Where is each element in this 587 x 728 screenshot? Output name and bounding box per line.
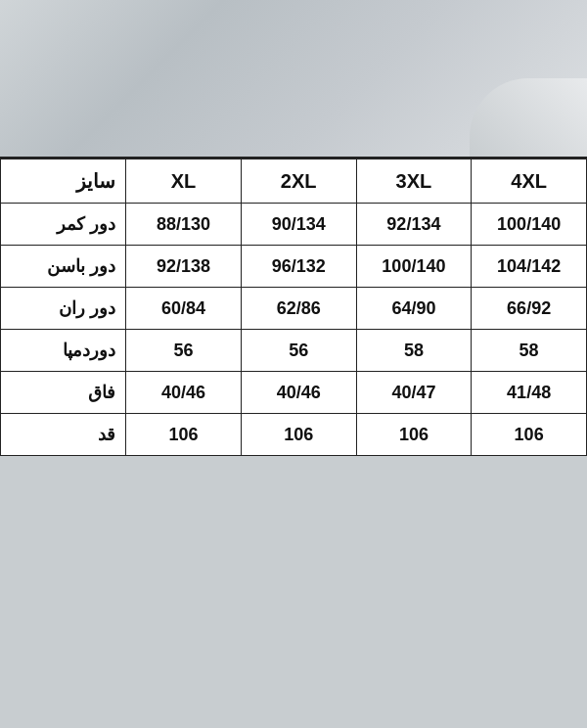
row-basin: 104/142 100/140 96/132 92/138 دور باسن: [1, 246, 587, 288]
cell-kamar-3xl: 92/134: [356, 204, 472, 246]
size-table-container: 4XL 3XL 2XL XL سایز 100/140 92/134 90/13…: [0, 157, 587, 456]
header-xl: XL: [126, 159, 242, 204]
cell-ran-xl: 60/84: [126, 288, 242, 330]
label-ran: دور ران: [1, 288, 126, 330]
label-kamar: دور کمر: [1, 204, 126, 246]
label-basin: دور باسن: [1, 246, 126, 288]
cell-ran-4xl: 66/92: [472, 288, 587, 330]
cell-kamar-4xl: 100/140: [472, 204, 587, 246]
label-faq: فاق: [1, 372, 126, 414]
header-4xl: 4XL: [472, 159, 587, 204]
table-header-row: 4XL 3XL 2XL XL سایز: [1, 159, 587, 204]
cell-faq-3xl: 40/47: [356, 372, 472, 414]
row-kamar: 100/140 92/134 90/134 88/130 دور کمر: [1, 204, 587, 246]
header-size: سایز: [1, 159, 126, 204]
cell-kamar-xl: 88/130: [126, 204, 242, 246]
cell-qad-xl: 106: [126, 414, 242, 456]
cell-basin-2xl: 96/132: [241, 246, 356, 288]
row-faq: 41/48 40/47 40/46 40/46 فاق: [1, 372, 587, 414]
top-image-area: [0, 0, 587, 157]
cell-dordampa-2xl: 56: [241, 330, 356, 372]
size-table: 4XL 3XL 2XL XL سایز 100/140 92/134 90/13…: [0, 159, 587, 456]
cell-ran-2xl: 62/86: [241, 288, 356, 330]
row-dordampa: 58 58 56 56 دوردمپا: [1, 330, 587, 372]
cell-kamar-2xl: 90/134: [241, 204, 356, 246]
cell-faq-xl: 40/46: [126, 372, 242, 414]
cell-basin-3xl: 100/140: [356, 246, 472, 288]
cell-faq-2xl: 40/46: [241, 372, 356, 414]
cell-dordampa-3xl: 58: [356, 330, 472, 372]
header-3xl: 3XL: [356, 159, 472, 204]
cell-basin-4xl: 104/142: [472, 246, 587, 288]
row-qad: 106 106 106 106 قد: [1, 414, 587, 456]
cell-qad-4xl: 106: [472, 414, 587, 456]
cell-qad-3xl: 106: [356, 414, 472, 456]
row-ran: 66/92 64/90 62/86 60/84 دور ران: [1, 288, 587, 330]
cell-dordampa-xl: 56: [126, 330, 242, 372]
cell-ran-3xl: 64/90: [356, 288, 472, 330]
cell-dordampa-4xl: 58: [472, 330, 587, 372]
label-dordampa: دوردمپا: [1, 330, 126, 372]
cell-faq-4xl: 41/48: [472, 372, 587, 414]
header-2xl: 2XL: [241, 159, 356, 204]
label-qad: قد: [1, 414, 126, 456]
cell-basin-xl: 92/138: [126, 246, 242, 288]
cell-qad-2xl: 106: [241, 414, 356, 456]
